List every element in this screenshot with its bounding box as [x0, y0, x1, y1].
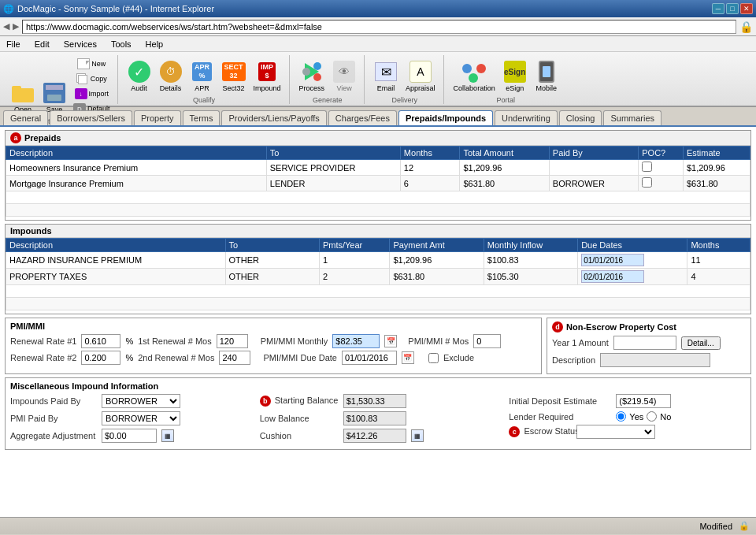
details-button[interactable]: ⏱ Details [156, 58, 186, 95]
new-label: New [91, 60, 106, 68]
email-button[interactable]: ✉ Email [371, 58, 401, 95]
col-poc: POC? [639, 147, 684, 160]
apr-button[interactable]: APR% APR [187, 58, 217, 95]
import-button[interactable]: ↓ Import [71, 87, 113, 101]
imp-inflow-1: $100.83 [484, 252, 577, 269]
view-button[interactable]: 👁 View [329, 58, 359, 95]
audit-label: Audit [131, 84, 147, 92]
tab-closing[interactable]: Closing [559, 110, 602, 125]
aggregate-grid-icon[interactable]: ▦ [161, 429, 174, 442]
low-balance-label: Low Balance [260, 414, 339, 423]
tab-property[interactable]: Property [134, 110, 181, 125]
cushion-grid-icon[interactable]: ▦ [411, 429, 424, 442]
tab-borrowers-sellers[interactable]: Borrowers/Sellers [50, 110, 132, 125]
tab-prepaids-impounds[interactable]: Prepaids/Impounds [398, 110, 493, 125]
tab-terms[interactable]: Terms [183, 110, 220, 125]
aggregate-adj-label: Aggregate Adjustment [10, 431, 97, 440]
tab-underwriting[interactable]: Underwriting [495, 110, 558, 125]
window-title: DocMagic - Sonny Sample (#44) - Internet… [17, 4, 214, 13]
pmi-due-date-label: PMI/MMI Due Date [263, 353, 337, 362]
pmi-mos-input[interactable] [473, 334, 501, 348]
description-input[interactable] [600, 353, 710, 367]
generate-label: Generate [313, 95, 343, 104]
esign-label: eSign [506, 84, 524, 92]
prepaids-row-1: Homeowners Insurance Premium SERVICE PRO… [6, 160, 750, 176]
initial-deposit-label: Initial Deposit Estimate [509, 396, 611, 406]
lender-required-yes[interactable] [616, 411, 626, 422]
new-button[interactable]: New [71, 57, 113, 71]
address-input[interactable] [22, 20, 736, 34]
imp-due-2[interactable] [578, 269, 687, 285]
prepaids-row-empty-2 [6, 204, 750, 217]
prepaids-title: Prepaids [24, 133, 61, 143]
impounds-paid-label: Impounds Paid By [10, 396, 97, 406]
minimize-button[interactable]: ─ [712, 3, 724, 14]
aggregate-adj-input[interactable] [102, 429, 157, 443]
close-button[interactable]: ✕ [740, 3, 753, 14]
first-renewal-input[interactable] [217, 334, 248, 348]
prepaids-table: Description To Months Total Amount Paid … [6, 146, 750, 217]
exclude-checkbox[interactable] [428, 353, 439, 363]
imp-due-1[interactable] [578, 252, 687, 269]
sect32-button[interactable]: SECT32 Sect32 [219, 58, 249, 95]
tab-summaries[interactable]: Summaries [603, 110, 662, 125]
menu-file[interactable]: File [3, 38, 24, 50]
mobile-button[interactable]: Mobile [532, 58, 561, 95]
renewal-rate-1-label: Renewal Rate #1 [10, 336, 76, 346]
menu-edit[interactable]: Edit [32, 38, 53, 50]
menu-bar: File Edit Services Tools Help [0, 36, 756, 52]
low-balance-input[interactable] [343, 411, 406, 425]
lender-required-no-label: No [660, 412, 671, 422]
year1-input[interactable] [613, 336, 676, 350]
renewal-rate-1-input[interactable] [81, 334, 120, 348]
prepaid-months-1: 12 [400, 160, 460, 176]
pmi-monthly-input[interactable] [332, 334, 380, 348]
esign-button[interactable]: eSign eSign [500, 58, 530, 95]
col-to: To [266, 147, 400, 160]
pmi-due-cal-icon[interactable]: 📅 [402, 351, 414, 364]
menu-services[interactable]: Services [61, 38, 100, 50]
prepaid-poc-2[interactable] [639, 176, 684, 191]
detail-button[interactable]: Detail... [681, 336, 721, 350]
lender-required-no[interactable] [647, 411, 657, 422]
copy-button[interactable]: Copy [71, 72, 113, 86]
back-button[interactable]: ◀ [3, 21, 9, 32]
badge-d: d [552, 321, 563, 333]
badge-a: a [10, 132, 21, 143]
impounds-paid-by-select[interactable]: BORROWER LENDER OTHER [102, 394, 180, 408]
imp-inflow-2: $105.30 [484, 269, 577, 285]
tab-providers[interactable]: Providers/Liens/Payoffs [221, 110, 326, 125]
toolbar-group-data-capture: Open Save New [3, 55, 118, 104]
forward-button[interactable]: ▶ [13, 21, 19, 32]
tab-general[interactable]: General [3, 110, 48, 125]
appraisal-button[interactable]: A Appraisal [402, 58, 439, 95]
second-renewal-input[interactable] [219, 351, 250, 365]
menu-tools[interactable]: Tools [108, 38, 135, 50]
menu-help[interactable]: Help [143, 38, 167, 50]
imp-col-months: Months [687, 239, 750, 252]
starting-balance-input[interactable] [343, 394, 406, 408]
impound-row-empty-2 [6, 298, 750, 310]
prepaid-poc-1[interactable] [639, 160, 684, 176]
appraisal-label: Appraisal [406, 84, 435, 92]
collaboration-button[interactable]: Collaboration [450, 58, 498, 95]
prepaid-desc-2: Mortgage Insurance Premium [6, 176, 267, 191]
col-estimate: Estimate [683, 147, 750, 160]
escrow-status-select[interactable]: Open Closed [576, 425, 655, 439]
process-button[interactable]: Process [296, 58, 328, 95]
pmi-monthly-cal-icon[interactable]: 📅 [384, 335, 397, 347]
imp-pmts-1: 1 [319, 252, 390, 269]
cushion-input[interactable] [343, 429, 406, 443]
apr-label: APR [195, 84, 209, 92]
svg-point-1 [313, 62, 321, 70]
audit-button[interactable]: ✓ Audit [124, 58, 154, 95]
renewal-rate-2-input[interactable] [81, 351, 120, 365]
pmi-paid-by-select[interactable]: BORROWER LENDER OTHER [102, 411, 180, 425]
prepaid-to-2: LENDER [266, 176, 400, 191]
maximize-button[interactable]: □ [726, 3, 739, 14]
impound-row-1: HAZARD INSURANCE PREMIUM OTHER 1 $1,209.… [6, 252, 750, 269]
initial-deposit-input[interactable] [616, 394, 671, 408]
tab-charges[interactable]: Charges/Fees [328, 110, 397, 125]
pmi-due-date-input[interactable] [342, 351, 397, 365]
impound-button[interactable]: IMP$ Impound [250, 58, 284, 95]
